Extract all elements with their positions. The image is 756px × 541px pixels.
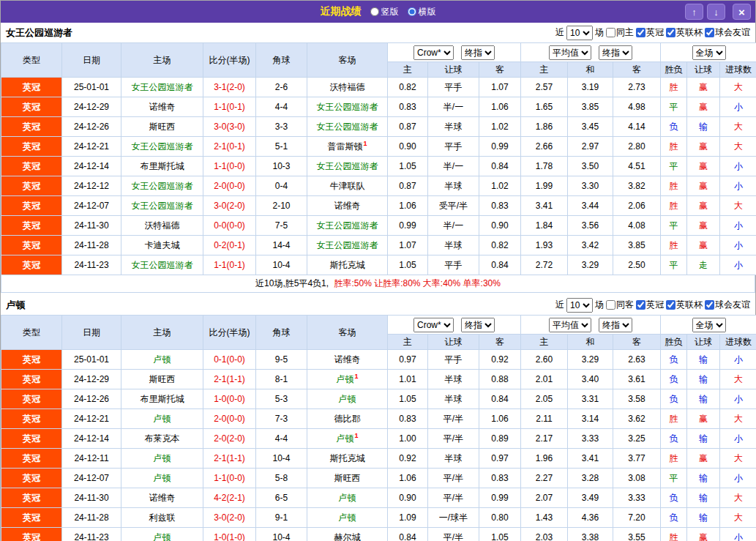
euro-final-index-select[interactable]: 终指 bbox=[599, 318, 632, 332]
efl-cup-checkbox[interactable] bbox=[666, 28, 675, 37]
move-down-button[interactable]: ↓ bbox=[707, 4, 725, 20]
layout-radio-horizontal[interactable]: 横版 bbox=[408, 6, 436, 18]
down-arrow-icon: ↓ bbox=[714, 7, 719, 18]
league-filter-friendly[interactable]: 球会友谊 bbox=[705, 299, 750, 311]
championship-checkbox[interactable] bbox=[636, 28, 645, 37]
section-header: 女王公园巡游者 近 10 场 同主 英冠 英联杯 bbox=[1, 23, 755, 42]
away-team-link[interactable]: 赫尔城 bbox=[334, 532, 361, 541]
wdl-result-cell: 平 bbox=[661, 157, 687, 176]
col-header-wdl: 胜负 bbox=[661, 62, 687, 78]
home-team-link[interactable]: 诺维奇 bbox=[149, 493, 176, 503]
asian-odds-home-cell: 0.90 bbox=[388, 137, 428, 157]
home-team-cell: 斯旺西 bbox=[121, 370, 203, 389]
home-team-cell: 卡迪夫城 bbox=[121, 236, 203, 255]
away-team-link[interactable]: 诺维奇 bbox=[334, 354, 361, 365]
bookmaker-select[interactable]: Crow* bbox=[413, 45, 454, 60]
close-button[interactable]: × bbox=[733, 4, 751, 20]
league-filter-friendly[interactable]: 球会友谊 bbox=[705, 26, 750, 39]
away-team-link[interactable]: 女王公园巡游者 bbox=[317, 122, 378, 132]
home-team-link[interactable]: 卢顿 bbox=[154, 473, 171, 483]
euro-final-index-select[interactable]: 终指 bbox=[599, 45, 632, 60]
corners-cell: 5-3 bbox=[256, 389, 307, 409]
move-up-button[interactable]: ↑ bbox=[685, 4, 703, 20]
wdl-result-cell: 胜 bbox=[661, 196, 687, 216]
league-filter-efl-cup[interactable]: 英联杯 bbox=[666, 299, 703, 311]
home-team-link[interactable]: 斯旺西 bbox=[149, 122, 176, 132]
home-team-link[interactable]: 女王公园巡游者 bbox=[132, 181, 193, 191]
horizontal-layout-radio[interactable] bbox=[408, 7, 416, 16]
bookmaker-select[interactable]: Crow* bbox=[413, 318, 454, 332]
match-count-select[interactable]: 10 bbox=[566, 26, 593, 40]
layout-radio-vertical[interactable]: 竖版 bbox=[370, 6, 399, 18]
same-venue-checkbox[interactable] bbox=[606, 28, 615, 37]
home-team-link[interactable]: 卡迪夫城 bbox=[145, 240, 180, 250]
away-team-link[interactable]: 女王公园巡游者 bbox=[317, 102, 378, 112]
away-team-link[interactable]: 德比郡 bbox=[334, 414, 361, 424]
away-team-link[interactable]: 牛津联队 bbox=[330, 181, 365, 191]
same-venue-filter[interactable]: 同客 bbox=[606, 299, 634, 311]
league-cell: 英冠 bbox=[1, 449, 62, 469]
away-team-link[interactable]: 斯旺西 bbox=[334, 473, 361, 483]
home-team-link[interactable]: 布里斯托城 bbox=[141, 161, 184, 171]
average-select[interactable]: 平均值 bbox=[549, 318, 591, 332]
home-team-cell: 布莱克本 bbox=[121, 429, 203, 449]
avg-odds-draw-cell: 3.85 bbox=[568, 97, 613, 117]
efl-cup-checkbox[interactable] bbox=[666, 300, 675, 310]
league-cell: 英冠 bbox=[1, 157, 62, 176]
home-team-link[interactable]: 卢顿 bbox=[154, 532, 171, 541]
home-team-link[interactable]: 女王公园巡游者 bbox=[132, 141, 193, 152]
home-team-link[interactable]: 诺维奇 bbox=[149, 102, 176, 112]
avg-odds-away-cell: 3.82 bbox=[613, 176, 661, 196]
home-team-cell: 女王公园巡游者 bbox=[121, 196, 203, 216]
vertical-layout-radio[interactable] bbox=[370, 7, 379, 16]
away-team-link[interactable]: 诺维奇 bbox=[334, 201, 361, 211]
match-count-select[interactable]: 10 bbox=[566, 298, 593, 313]
home-team-link[interactable]: 卢顿 bbox=[154, 354, 171, 365]
away-team-link[interactable]: 卢顿1 bbox=[336, 433, 358, 444]
home-team-link[interactable]: 布里斯托城 bbox=[141, 394, 184, 404]
home-team-link[interactable]: 利兹联 bbox=[149, 512, 176, 523]
home-team-link[interactable]: 卢顿 bbox=[154, 414, 171, 424]
league-cell: 英冠 bbox=[1, 117, 62, 137]
over-under-cell: 小 bbox=[720, 389, 756, 409]
away-team-link[interactable]: 女王公园巡游者 bbox=[317, 220, 378, 231]
championship-checkbox[interactable] bbox=[636, 300, 645, 310]
away-team-link[interactable]: 卢顿 bbox=[339, 512, 356, 523]
away-team-link[interactable]: 女王公园巡游者 bbox=[317, 161, 378, 171]
away-team-link[interactable]: 女王公园巡游者 bbox=[317, 240, 378, 250]
same-venue-filter[interactable]: 同主 bbox=[606, 26, 634, 39]
asian-final-index-select[interactable]: 终指 bbox=[461, 318, 495, 332]
avg-odds-home-cell: 1.96 bbox=[521, 449, 568, 469]
away-team-cell: 牛津联队 bbox=[307, 176, 388, 196]
away-team-link[interactable]: 普雷斯顿1 bbox=[327, 141, 367, 152]
euro-odds-select-group: 平均值 终指 bbox=[521, 316, 661, 335]
scope-select[interactable]: 全场 bbox=[692, 318, 726, 332]
home-team-link[interactable]: 卢顿 bbox=[154, 453, 171, 463]
away-team-link[interactable]: 沃特福德 bbox=[330, 82, 365, 92]
away-team-link[interactable]: 卢顿1 bbox=[336, 374, 358, 384]
date-cell: 24-11-30 bbox=[62, 216, 121, 236]
league-filter-championship[interactable]: 英冠 bbox=[636, 299, 664, 311]
matches-label: 场 bbox=[595, 299, 604, 311]
asian-final-index-select[interactable]: 终指 bbox=[461, 45, 495, 60]
avg-odds-away-cell: 2.80 bbox=[613, 137, 661, 157]
same-venue-checkbox[interactable] bbox=[606, 300, 615, 310]
away-team-link[interactable]: 卢顿 bbox=[339, 394, 356, 404]
league-filter-efl-cup[interactable]: 英联杯 bbox=[666, 26, 703, 39]
average-select[interactable]: 平均值 bbox=[549, 45, 591, 60]
away-team-link[interactable]: 斯托克城 bbox=[330, 260, 365, 270]
league-filter-championship[interactable]: 英冠 bbox=[636, 26, 664, 39]
home-team-link[interactable]: 斯旺西 bbox=[149, 374, 176, 384]
home-team-link[interactable]: 沃特福德 bbox=[145, 220, 180, 231]
home-team-link[interactable]: 布莱克本 bbox=[145, 433, 180, 444]
friendly-checkbox[interactable] bbox=[705, 28, 714, 37]
scope-select[interactable]: 全场 bbox=[692, 45, 726, 60]
friendly-checkbox[interactable] bbox=[705, 300, 714, 310]
home-team-link[interactable]: 女王公园巡游者 bbox=[132, 201, 193, 211]
away-team-cell: 斯旺西 bbox=[307, 469, 388, 488]
window-buttons: ↑ ↓ × bbox=[685, 4, 751, 20]
away-team-link[interactable]: 卢顿 bbox=[339, 493, 356, 503]
away-team-link[interactable]: 斯托克城 bbox=[330, 453, 365, 463]
home-team-link[interactable]: 女王公园巡游者 bbox=[132, 82, 193, 92]
home-team-link[interactable]: 女王公园巡游者 bbox=[132, 260, 193, 270]
